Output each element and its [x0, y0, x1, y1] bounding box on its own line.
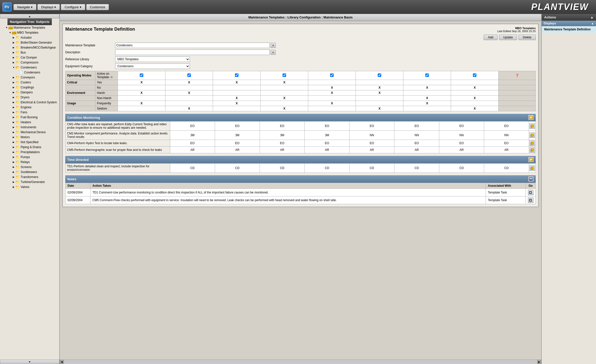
- sidebar-item-condensers-child[interactable]: ▶ 📄 Condensers: [1, 70, 58, 75]
- tree-arrow[interactable]: ▼: [12, 66, 15, 69]
- sidebar-item-motors[interactable]: ▶ 📁 Motors: [1, 135, 58, 140]
- sidebar-item-engines[interactable]: ▶ 📁 Engines: [1, 105, 58, 110]
- sidebar-item-not-specified[interactable]: ▶ 📁 Not Specified: [1, 140, 58, 145]
- bottom-scrollbar[interactable]: ◀ ▶: [60, 360, 541, 364]
- scroll-left-btn[interactable]: ◀: [60, 360, 64, 364]
- tree-arrow[interactable]: ▶: [12, 56, 15, 59]
- configure-button[interactable]: Configure ▾: [61, 4, 85, 10]
- sidebar-item-mbo-templates[interactable]: ▼ MBO Templates: [1, 30, 58, 35]
- copy-btn[interactable]: [529, 147, 536, 153]
- sidebar-item-sootblowers[interactable]: ▶ 📁 Sootblowers: [1, 170, 58, 175]
- copy-btn[interactable]: [529, 140, 536, 147]
- sidebar-item-transformers[interactable]: ▶ 📁 Transformers: [1, 175, 58, 180]
- note-go-btn[interactable]: [526, 189, 536, 196]
- sidebar-item-maintenance-templates[interactable]: ▼ Maintenance Templates: [1, 25, 58, 30]
- op-cb-1[interactable]: [118, 71, 165, 80]
- displays-button[interactable]: Displays ▾: [37, 4, 60, 10]
- update-button[interactable]: Update: [499, 35, 517, 40]
- delete-button[interactable]: Delete: [519, 35, 536, 40]
- sidebar-item-valves[interactable]: ▶ 📁 Valves: [1, 184, 58, 189]
- add-button[interactable]: Add: [484, 35, 497, 40]
- maintenance-template-clear-btn[interactable]: ✕: [271, 43, 276, 48]
- sidebar-item-fans[interactable]: ▶ 📁 Fans: [1, 110, 58, 115]
- tree-arrow[interactable]: ▼: [8, 31, 12, 34]
- right-panel-section-arrow[interactable]: ▲: [591, 22, 594, 25]
- sidebar-item-compressors[interactable]: ▶ 📁 Compressors: [1, 60, 58, 65]
- condition-monitoring-icon[interactable]: [528, 115, 534, 120]
- op-cb-2[interactable]: [165, 71, 213, 80]
- scroll-right-btn[interactable]: ▶: [537, 360, 541, 364]
- tree-arrow[interactable]: ▶: [12, 145, 15, 149]
- sidebar-item-fuel-burning[interactable]: ▶ 📁 Fuel Burning: [1, 115, 58, 120]
- sidebar-item-boiler[interactable]: ▶ 📁 Boiler/Steam Generator: [1, 40, 58, 45]
- sidebar-item-precipitatators[interactable]: ▶ 📁 Precipitatators: [1, 150, 58, 155]
- sidebar-item-screens[interactable]: ▶ 📁 Screens: [1, 165, 58, 170]
- tree-arrow[interactable]: ▼: [5, 26, 8, 29]
- sidebar-item-condensers[interactable]: ▼ 📂 Condensers: [1, 65, 58, 70]
- op-help-btn[interactable]: ❓: [499, 71, 536, 80]
- tree-arrow[interactable]: ▶: [12, 140, 15, 144]
- tree-arrow[interactable]: ▶: [12, 46, 15, 49]
- tree-arrow[interactable]: ▶: [12, 185, 15, 189]
- op-cb-8[interactable]: [451, 71, 499, 80]
- right-panel-item-maintenance-template-def[interactable]: Maintenance Template Definition: [542, 26, 596, 33]
- sidebar-item-car-dumper[interactable]: ▶ 📁 Car Dumper: [1, 55, 58, 60]
- tree-arrow[interactable]: ▶: [12, 91, 15, 94]
- tree-arrow[interactable]: ▶: [12, 135, 15, 139]
- sidebar-item-bus[interactable]: ▶ 📁 Bus: [1, 50, 58, 55]
- tree-arrow[interactable]: ▶: [12, 150, 15, 154]
- op-cb-7[interactable]: [403, 71, 451, 80]
- sidebar-item-turbine-generator[interactable]: ▶ 📁 Turbine/Generator: [1, 180, 58, 184]
- tree-arrow[interactable]: ▶: [12, 160, 15, 164]
- navigate-button[interactable]: Navigate ▾: [13, 4, 36, 10]
- equipment-category-select[interactable]: Condensers: [115, 63, 190, 69]
- note-go-btn[interactable]: [526, 196, 536, 204]
- sidebar-item-relays[interactable]: ▶ 📁 Relays: [1, 160, 58, 165]
- sidebar-item-pumps[interactable]: ▶ 📁 Pumps: [1, 155, 58, 160]
- sidebar-item-piping-drains[interactable]: ▶ 📁 Piping & Drains: [1, 145, 58, 150]
- tree-arrow[interactable]: ▶: [12, 36, 15, 39]
- sidebar-item-couplings[interactable]: ▶ 📁 Couplings: [1, 85, 58, 90]
- tree-arrow[interactable]: ▶: [12, 81, 15, 84]
- sidebar-scroll-up[interactable]: ▲: [0, 14, 59, 18]
- tree-arrow[interactable]: ▶: [12, 125, 15, 129]
- customize-button[interactable]: Customize: [86, 4, 109, 10]
- tree-arrow[interactable]: ▶: [12, 130, 15, 134]
- tree-arrow[interactable]: ▶: [12, 121, 15, 124]
- sidebar-scroll-down[interactable]: ▼: [0, 360, 59, 364]
- copy-btn[interactable]: [529, 121, 536, 131]
- op-cb-3[interactable]: [213, 71, 261, 80]
- sidebar-item-electrical[interactable]: ▶ 📁 Electrical & Control System: [1, 100, 58, 105]
- op-cb-6[interactable]: [356, 71, 403, 80]
- op-cb-4[interactable]: [261, 71, 308, 80]
- sidebar-item-conveyors[interactable]: ▶ 📁 Conveyors: [1, 75, 58, 80]
- app-icon[interactable]: PV: [2, 2, 11, 11]
- tree-arrow[interactable]: ▶: [12, 51, 15, 54]
- sidebar-item-mechanical-device[interactable]: ▶ 📁 Mechanical Device: [1, 130, 58, 135]
- sidebar-item-actuator[interactable]: ▶ 📁 Actuator: [1, 35, 58, 40]
- copy-btn[interactable]: [529, 131, 536, 140]
- description-input[interactable]: [115, 50, 270, 55]
- tree-arrow[interactable]: ▶: [12, 76, 15, 79]
- reference-library-select[interactable]: MBO Templates: [115, 57, 190, 62]
- tree-arrow[interactable]: ▶: [12, 111, 15, 114]
- tree-arrow[interactable]: ▶: [12, 96, 15, 99]
- sidebar-item-dampers[interactable]: ▶ 📁 Dampers: [1, 90, 58, 95]
- sidebar-item-breakers[interactable]: ▶ 📁 Breakers/MCC/Switchgear: [1, 45, 58, 50]
- tree-arrow[interactable]: ▶: [12, 41, 15, 44]
- sidebar-item-coolers[interactable]: ▶ 📁 Coolers: [1, 80, 58, 85]
- tree-arrow[interactable]: ▶: [12, 170, 15, 174]
- maintenance-template-input[interactable]: [115, 43, 270, 48]
- time-directed-icon[interactable]: [528, 157, 534, 162]
- tree-arrow[interactable]: ▶: [12, 86, 15, 89]
- tree-arrow[interactable]: ▶: [12, 155, 15, 159]
- tree-arrow[interactable]: ▶: [12, 61, 15, 64]
- sidebar-item-instruments[interactable]: ▶ 📁 Instruments: [1, 125, 58, 130]
- tree-arrow[interactable]: ▶: [12, 175, 15, 179]
- tree-arrow[interactable]: ▶: [12, 180, 15, 184]
- op-cb-5[interactable]: [308, 71, 356, 80]
- tree-arrow[interactable]: ▶: [12, 165, 15, 169]
- sidebar-item-dryers[interactable]: ▶ 📁 Dryers: [1, 95, 58, 100]
- right-panel-collapse-btn[interactable]: ▲: [590, 15, 594, 19]
- sidebar-item-heaters[interactable]: ▶ 📁 Heaters: [1, 120, 58, 125]
